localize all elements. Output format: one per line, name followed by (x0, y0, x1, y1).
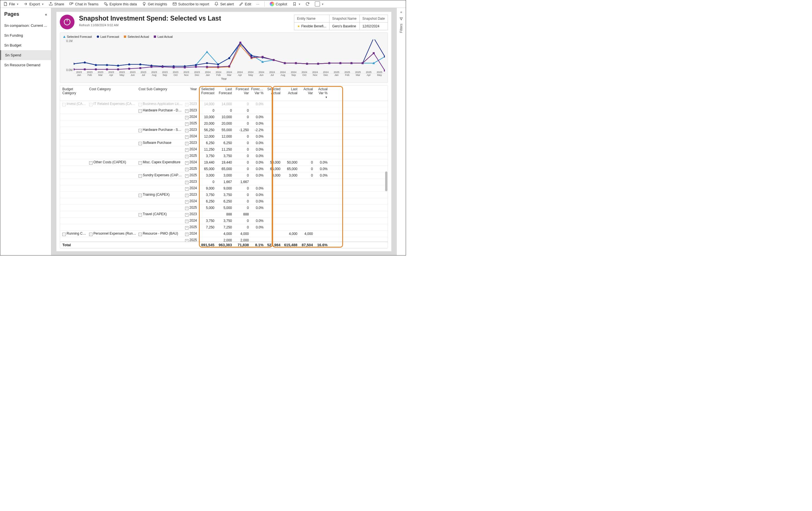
expand-icon[interactable]: – (62, 233, 66, 236)
view-button[interactable]: ▾ (315, 1, 323, 6)
explore-button[interactable]: Explore this data (104, 2, 137, 6)
collapse-pane-icon[interactable]: « (45, 12, 47, 17)
slicer-value[interactable]: ★Flexible Benefi... (294, 23, 329, 30)
table-row[interactable]: –Training (CAPEX)+20233,7503,75000.0% (60, 192, 388, 198)
table-row[interactable]: +20249,0009,00000.0% (60, 185, 388, 192)
expand-icon[interactable]: + (185, 161, 188, 165)
legend-item[interactable]: Last Actual (153, 35, 173, 38)
expand-icon[interactable]: – (139, 129, 142, 132)
expand-icon[interactable]: + (185, 213, 188, 217)
expand-icon[interactable]: + (185, 200, 188, 204)
edit-button[interactable]: Edit (239, 2, 251, 6)
expand-icon[interactable]: – (89, 233, 92, 236)
expand-icon[interactable]: + (185, 168, 188, 171)
expand-icon[interactable]: – (89, 103, 92, 106)
expand-icon[interactable]: + (185, 155, 188, 158)
table-column-header[interactable]: Actual Var (298, 87, 314, 99)
table-row[interactable]: +202410,00010,00000.0% (60, 114, 388, 120)
expand-icon[interactable]: + (185, 220, 188, 223)
expand-icon[interactable]: + (185, 136, 188, 139)
sidebar-page-item[interactable]: Sn Resource Demand (0, 60, 51, 70)
table-row[interactable]: –Hardware Purchase - Devices+2023000 (60, 108, 388, 114)
sidebar-page-item[interactable]: Sn Budget (0, 40, 51, 50)
chat-teams-button[interactable]: Chat in Teams (69, 2, 98, 6)
expand-icon[interactable]: – (139, 174, 142, 178)
table-column-header[interactable]: Year (184, 87, 198, 99)
expand-icon[interactable]: + (185, 116, 188, 119)
table-column-header[interactable]: SelectedActual (265, 87, 282, 99)
bookmark-button[interactable]: ▾ (292, 2, 300, 6)
expand-icon[interactable]: + (185, 148, 188, 152)
subscribe-button[interactable]: Subscribe to report (172, 2, 209, 6)
alert-button[interactable]: Set alert (214, 2, 234, 6)
expand-icon[interactable]: – (139, 194, 142, 197)
expand-icon[interactable]: + (185, 174, 188, 178)
export-menu[interactable]: Export▾ (23, 2, 44, 6)
table-row[interactable]: +20253,7503,75000.0% (60, 153, 388, 159)
expand-icon[interactable]: + (185, 129, 188, 132)
filters-pane-collapsed[interactable]: « Filters (397, 8, 406, 255)
table-row[interactable]: –Running Costs (OPEX)–Personnel Expenses… (60, 231, 388, 237)
refresh-button[interactable] (305, 2, 310, 6)
share-button[interactable]: Share (49, 2, 64, 6)
expand-icon[interactable]: + (185, 233, 188, 236)
expand-filters-icon[interactable]: « (400, 10, 402, 14)
file-menu[interactable]: File▾ (3, 2, 18, 6)
table-column-header[interactable]: Forecast Var % (250, 87, 265, 99)
legend-item[interactable]: Selected Actual (123, 35, 149, 38)
expand-icon[interactable]: + (185, 181, 188, 184)
legend-item[interactable]: Selected Forecast (63, 35, 92, 38)
table-column-header[interactable]: SelectedForecast (198, 87, 215, 99)
table-row[interactable]: +20257,2507,25000.0% (60, 224, 388, 231)
scrollbar-thumb[interactable] (385, 172, 387, 191)
table-row[interactable]: –Invest (CAPEX)–IT Related Expenses (CAP… (60, 101, 388, 108)
table-row[interactable]: –Sundry Expenses (CAPEX)+20253,0003,0000… (60, 172, 388, 179)
table-row[interactable]: +202411,25011,25000.0% (60, 146, 388, 153)
table-row[interactable]: –Software Purchase+20236,2506,25000.0% (60, 140, 388, 146)
slicer-value[interactable]: Gero's Baseline (329, 23, 359, 30)
expand-icon[interactable]: – (139, 233, 142, 236)
expand-icon[interactable]: – (89, 161, 92, 165)
expand-icon[interactable]: – (139, 110, 142, 113)
table-row[interactable]: +202520,00020,00000.0% (60, 120, 388, 127)
sidebar-page-item[interactable]: Sn Spend (0, 50, 51, 60)
table-row[interactable]: –Other Costs (CAPEX)–Misc. Capex Expendi… (60, 159, 388, 166)
more-menu[interactable]: ··· (256, 2, 259, 6)
expand-icon[interactable]: + (185, 103, 188, 106)
table-row[interactable]: +20246,2506,25000.0% (60, 198, 388, 205)
table-column-header[interactable]: ActualVar %▼ (314, 87, 329, 99)
table-column-header[interactable]: Budget Category (61, 87, 88, 99)
legend-item[interactable]: Last Forecast (96, 35, 119, 38)
table-column-header[interactable]: Cost Sub Category (137, 87, 184, 99)
expand-icon[interactable]: + (185, 194, 188, 197)
table-row[interactable]: –Hardware Purchase - Servers+202356,2505… (60, 127, 388, 133)
expand-icon[interactable]: – (139, 161, 142, 165)
sidebar-page-item[interactable]: Sn comparison: Current ... (0, 21, 51, 30)
expand-icon[interactable]: – (139, 103, 142, 106)
slicer-value[interactable]: 12/02/2024 (359, 23, 388, 30)
insights-button[interactable]: Get insights (142, 2, 167, 6)
sidebar-page-item[interactable]: Sn Funding (0, 30, 51, 40)
table-column-header[interactable]: LastActual (282, 87, 298, 99)
table-row[interactable]: +202301,6671,667 (60, 179, 388, 185)
table-column-header[interactable]: Cost Category (88, 87, 137, 99)
expand-icon[interactable]: – (62, 103, 66, 106)
spend-matrix-table[interactable]: Budget CategoryCost CategoryCost Sub Cat… (60, 85, 388, 248)
expand-icon[interactable]: – (139, 213, 142, 217)
table-row[interactable]: +20243,7503,75000.0% (60, 218, 388, 224)
table-row[interactable]: +202412,00012,00000.0% (60, 133, 388, 140)
expand-icon[interactable]: + (185, 239, 188, 242)
table-row[interactable]: –Travel (CAPEX)+2023888888 (60, 211, 388, 218)
table-row[interactable]: +20252,0002,000 (60, 237, 388, 242)
copilot-button[interactable]: Copilot (270, 2, 287, 6)
expand-icon[interactable]: + (185, 122, 188, 126)
table-column-header[interactable]: LastForecast (215, 87, 233, 99)
expand-icon[interactable]: – (139, 142, 142, 145)
expand-icon[interactable]: + (185, 226, 188, 230)
expand-icon[interactable]: + (185, 207, 188, 210)
table-column-header[interactable]: Forecast Var (233, 87, 250, 99)
table-row[interactable]: +202565,00065,00000.0%65,00065,00000.0% (60, 166, 388, 172)
table-row[interactable]: +20255,0005,00000.0% (60, 205, 388, 211)
expand-icon[interactable]: + (185, 187, 188, 191)
expand-icon[interactable]: + (185, 110, 188, 113)
